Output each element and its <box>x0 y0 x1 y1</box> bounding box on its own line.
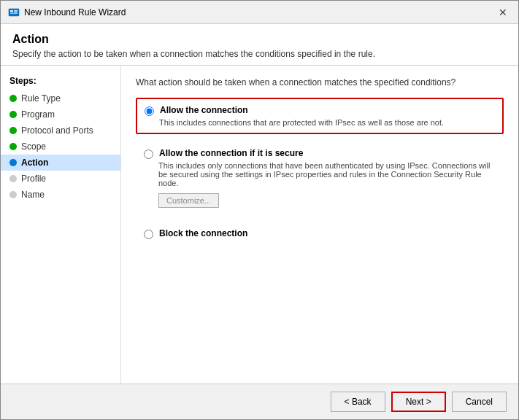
wizard-window: New Inbound Rule Wizard ✕ Action Specify… <box>0 0 519 420</box>
sidebar-label-program: Program <box>21 109 55 120</box>
sidebar-label-profile: Profile <box>21 174 46 184</box>
customize-button[interactable]: Customize... <box>158 193 219 208</box>
steps-label: Steps: <box>1 74 120 90</box>
title-bar: New Inbound Rule Wizard ✕ <box>1 1 518 24</box>
sidebar-item-protocol-ports[interactable]: Protocol and Ports <box>1 122 120 139</box>
option-allow-label[interactable]: Allow the connection <box>160 105 248 115</box>
svg-rect-2 <box>14 10 18 12</box>
footer: < Back Next > Cancel <box>1 384 518 419</box>
option-allow-row: Allow the connection <box>145 105 495 116</box>
option-allow-secure-radio[interactable] <box>144 149 153 159</box>
option-allow-radio[interactable] <box>145 106 154 116</box>
sidebar-item-rule-type[interactable]: Rule Type <box>1 90 120 106</box>
sidebar-item-scope[interactable]: Scope <box>1 139 120 155</box>
step-indicator-profile <box>9 175 17 182</box>
step-indicator-name <box>9 191 17 198</box>
sidebar-label-scope: Scope <box>21 141 46 152</box>
content-area: Steps: Rule Type Program Protocol and Po… <box>1 66 518 384</box>
step-indicator-program <box>9 111 17 118</box>
option-block-label[interactable]: Block the connection <box>159 228 247 238</box>
back-button[interactable]: < Back <box>331 392 385 412</box>
svg-rect-3 <box>14 12 18 13</box>
sidebar: Steps: Rule Type Program Protocol and Po… <box>1 66 121 384</box>
svg-rect-1 <box>10 10 13 12</box>
sidebar-label-protocol-ports: Protocol and Ports <box>21 125 93 136</box>
option-block-row: Block the connection <box>144 228 496 239</box>
option-block-radio[interactable] <box>144 230 153 239</box>
cancel-button[interactable]: Cancel <box>452 392 507 412</box>
option-group: Allow the connection This includes conne… <box>136 98 504 246</box>
option-block-card: Block the connection <box>136 222 504 246</box>
next-button[interactable]: Next > <box>391 392 446 412</box>
option-allow-secure-label[interactable]: Allow the connection if it is secure <box>159 148 303 158</box>
option-allow-secure-row: Allow the connection if it is secure <box>144 148 496 159</box>
title-bar-text: New Inbound Rule Wizard <box>24 7 126 18</box>
step-indicator-protocol-ports <box>9 127 17 134</box>
option-allow-secure-card: Allow the connection if it is secure Thi… <box>136 141 504 214</box>
close-button[interactable]: ✕ <box>495 4 511 20</box>
svg-rect-4 <box>10 13 18 14</box>
page-description: Specify the action to be taken when a co… <box>12 49 507 59</box>
sidebar-item-name[interactable]: Name <box>1 187 120 203</box>
title-bar-left: New Inbound Rule Wizard <box>8 7 126 18</box>
step-indicator-rule-type <box>9 95 17 102</box>
option-allow-secure-desc: This includes only connections that have… <box>158 161 496 187</box>
option-allow-desc: This includes connections that are prote… <box>159 118 495 127</box>
step-indicator-scope <box>9 143 17 150</box>
sidebar-label-action: Action <box>21 158 48 168</box>
wizard-icon <box>8 7 20 18</box>
sidebar-label-name: Name <box>21 190 45 200</box>
sidebar-item-profile[interactable]: Profile <box>1 171 120 187</box>
main-panel: What action should be taken when a conne… <box>121 66 518 384</box>
option-allow-card: Allow the connection This includes conne… <box>136 98 504 134</box>
sidebar-item-action[interactable]: Action <box>1 155 120 171</box>
step-indicator-action <box>9 159 17 166</box>
sidebar-item-program[interactable]: Program <box>1 106 120 122</box>
page-header: Action Specify the action to be taken wh… <box>1 24 518 66</box>
page-title: Action <box>12 33 507 46</box>
sidebar-label-rule-type: Rule Type <box>21 93 61 104</box>
question-text: What action should be taken when a conne… <box>136 77 504 88</box>
